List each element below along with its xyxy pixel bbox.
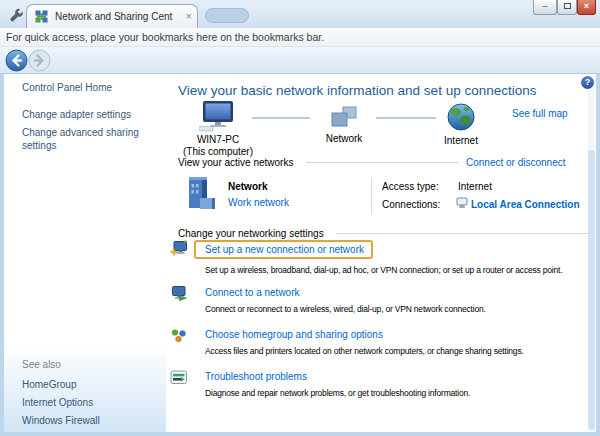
tab-close-icon[interactable]: × (186, 9, 192, 23)
sidebar-item-internet-options[interactable]: Internet Options (22, 397, 93, 408)
local-area-connection-link[interactable]: Local Area Connection (471, 199, 580, 211)
sidebar-item-control-panel-home[interactable]: Control Panel Home (22, 82, 112, 93)
back-button[interactable] (5, 49, 28, 72)
settings-header: Change your networking settings (178, 228, 324, 240)
connect-to-network-link[interactable]: Connect to a network (205, 287, 300, 299)
map-internet-label: Internet (433, 135, 489, 147)
connections-label: Connections: (382, 199, 440, 211)
browser-window: Network and Sharing Cent × – × For quick… (0, 0, 600, 436)
window-border-right (596, 74, 600, 436)
active-network-divider (371, 178, 372, 214)
window-minimize-button[interactable]: – (533, 0, 557, 15)
window-border-bottom (0, 432, 600, 436)
sidebar-item-windows-firewall[interactable]: Windows Firewall (22, 415, 100, 426)
internet-globe-icon[interactable] (447, 103, 475, 131)
setup-new-connection-link[interactable]: Set up a new connection or network (205, 244, 364, 256)
section-rule (306, 162, 458, 163)
sidebar-item-homegroup[interactable]: HomeGroup (22, 379, 76, 390)
section-rule (336, 233, 588, 234)
map-link-line (252, 117, 310, 119)
window-close-button[interactable]: × (577, 0, 596, 15)
navigation-bar: Control Panel Network and Internet Netwo… (0, 47, 600, 74)
active-network-buildings-icon (186, 176, 216, 214)
work-network-link[interactable]: Work network (228, 197, 289, 209)
access-type-value: Internet (458, 181, 492, 193)
homegroup-icon (170, 327, 188, 344)
connect-to-network-icon (170, 285, 188, 302)
map-network-label: Network (314, 133, 374, 145)
window-maximize-button[interactable] (557, 0, 577, 15)
browser-tab[interactable]: Network and Sharing Cent × (26, 4, 198, 28)
network-node-icon[interactable] (329, 105, 359, 129)
network-sharing-favicon (35, 10, 48, 23)
new-connection-icon (170, 240, 188, 257)
computer-icon[interactable] (199, 101, 237, 132)
bookmarks-hint: For quick access, place your bookmarks h… (6, 31, 324, 43)
connect-or-disconnect-link[interactable]: Connect or disconnect (466, 157, 566, 169)
connect-to-network-desc: Connect or reconnect to a wireless, wire… (205, 304, 592, 314)
map-link-line (376, 117, 436, 119)
homegroup-sharing-link[interactable]: Choose homegroup and sharing options (205, 329, 383, 341)
troubleshoot-problems-desc: Diagnose and repair network problems, or… (205, 388, 592, 398)
new-tab-button[interactable] (205, 8, 249, 23)
homegroup-sharing-desc: Access files and printers located on oth… (205, 346, 592, 356)
see-full-map-link[interactable]: See full map (512, 108, 568, 120)
wrench-icon[interactable] (8, 7, 24, 23)
tab-strip: Network and Sharing Cent × – × (0, 0, 600, 28)
map-computer-label: WIN7-PC (170, 134, 266, 146)
troubleshoot-icon (170, 369, 188, 386)
maximize-icon (564, 3, 571, 9)
active-network-name: Network (228, 181, 267, 193)
bookmarks-bar: For quick access, place your bookmarks h… (0, 28, 600, 47)
troubleshoot-problems-link[interactable]: Troubleshoot problems (205, 371, 307, 383)
see-also-header: See also (22, 359, 61, 370)
lan-connection-icon (456, 197, 468, 209)
setup-new-connection-desc: Set up a wireless, broadband, dial-up, a… (205, 265, 592, 275)
tab-title: Network and Sharing Cent (55, 11, 183, 22)
active-networks-header: View your active networks (178, 157, 293, 169)
sidebar-item-change-adapter-settings[interactable]: Change adapter settings (22, 109, 131, 120)
sidebar-item-change-advanced-sharing[interactable]: Change advanced sharing settings (22, 126, 144, 152)
access-type-label: Access type: (382, 181, 439, 193)
forward-button-disabled[interactable] (28, 49, 51, 72)
help-icon[interactable]: ? (581, 76, 594, 89)
page-title: View your basic network information and … (178, 83, 536, 98)
